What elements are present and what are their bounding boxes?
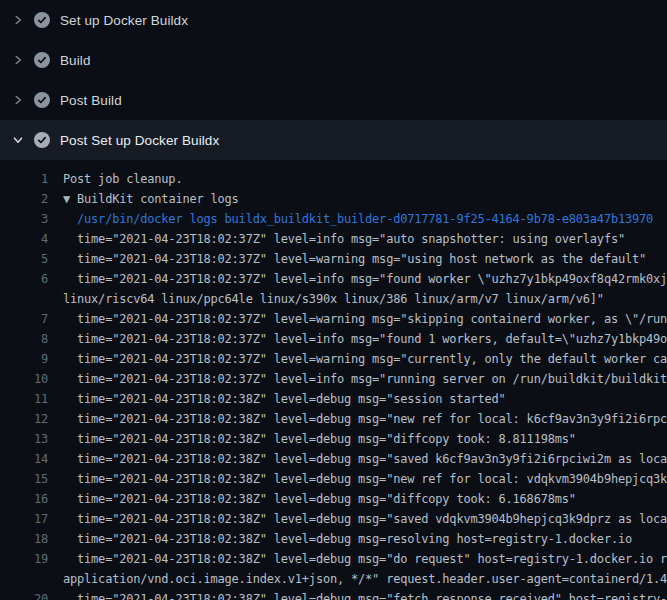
log-line: 8 time="2021-04-23T18:02:37Z" level=info…: [0, 329, 667, 349]
log-line-number: [0, 569, 48, 589]
check-circle-icon: [34, 12, 50, 28]
log-line: 14 time="2021-04-23T18:02:38Z" level=deb…: [0, 449, 667, 469]
log-line: 6 time="2021-04-23T18:02:37Z" level=info…: [0, 269, 667, 289]
log-line-text: time="2021-04-23T18:02:37Z" level=info m…: [63, 229, 625, 249]
step-list: Set up Docker BuildxBuildPost BuildPost …: [0, 0, 667, 160]
log-line-text: time="2021-04-23T18:02:38Z" level=debug …: [63, 449, 667, 469]
log-line-number[interactable]: 20: [0, 589, 48, 600]
check-circle-icon: [34, 52, 50, 68]
step-row-post-build[interactable]: Post Build: [0, 80, 667, 120]
log-line: 2▼ BuildKit container logs: [0, 189, 667, 209]
log-line-number[interactable]: 2: [0, 189, 48, 209]
log-line-text: time="2021-04-23T18:02:37Z" level=warnin…: [63, 249, 646, 269]
step-label: Build: [60, 53, 91, 68]
check-circle-icon: [34, 132, 50, 148]
step-label: Post Build: [60, 93, 122, 108]
log-line-text: time="2021-04-23T18:02:38Z" level=debug …: [63, 429, 576, 449]
log-line-text: time="2021-04-23T18:02:38Z" level=debug …: [63, 509, 667, 529]
log-line-number[interactable]: 6: [0, 269, 48, 289]
log-line-text: application/vnd.oci.image.index.v1+json,…: [63, 569, 667, 589]
log-line-number[interactable]: 4: [0, 229, 48, 249]
step-row-post-set-up-docker-buildx[interactable]: Post Set up Docker Buildx: [0, 120, 667, 160]
log-line-text: time="2021-04-23T18:02:37Z" level=info m…: [63, 329, 667, 349]
log-line: 12 time="2021-04-23T18:02:38Z" level=deb…: [0, 409, 667, 429]
chevron-down-icon[interactable]: [10, 132, 26, 148]
log-line: 5 time="2021-04-23T18:02:37Z" level=warn…: [0, 249, 667, 269]
log-line-number[interactable]: 7: [0, 309, 48, 329]
log-line-number[interactable]: 19: [0, 549, 48, 569]
log-output: 1Post job cleanup.2▼ BuildKit container …: [0, 160, 667, 600]
chevron-right-icon[interactable]: [10, 12, 26, 28]
step-row-set-up-docker-buildx[interactable]: Set up Docker Buildx: [0, 0, 667, 40]
log-line-number[interactable]: 18: [0, 529, 48, 549]
log-line: 4 time="2021-04-23T18:02:37Z" level=info…: [0, 229, 667, 249]
log-line-text: time="2021-04-23T18:02:38Z" level=debug …: [63, 469, 667, 489]
log-line-text: time="2021-04-23T18:02:37Z" level=info m…: [63, 269, 667, 289]
log-line-text: time="2021-04-23T18:02:37Z" level=warnin…: [63, 309, 667, 329]
log-line-number[interactable]: 15: [0, 469, 48, 489]
log-line: 11 time="2021-04-23T18:02:38Z" level=deb…: [0, 389, 667, 409]
log-line-number[interactable]: 8: [0, 329, 48, 349]
log-line-text: time="2021-04-23T18:02:38Z" level=debug …: [63, 389, 506, 409]
log-line-number[interactable]: 9: [0, 349, 48, 369]
log-line-text: time="2021-04-23T18:02:38Z" level=debug …: [63, 409, 667, 429]
log-line-text: time="2021-04-23T18:02:38Z" level=debug …: [63, 489, 576, 509]
step-label: Post Set up Docker Buildx: [60, 133, 219, 148]
log-line-continuation: linux/riscv64 linux/ppc64le linux/s390x …: [0, 289, 667, 309]
log-line: 7 time="2021-04-23T18:02:37Z" level=warn…: [0, 309, 667, 329]
log-line: 18 time="2021-04-23T18:02:38Z" level=deb…: [0, 529, 667, 549]
log-line: 20 time="2021-04-23T18:02:38Z" level=deb…: [0, 589, 667, 600]
log-line-number[interactable]: 17: [0, 509, 48, 529]
log-line-number[interactable]: 3: [0, 209, 48, 229]
log-line: 15 time="2021-04-23T18:02:38Z" level=deb…: [0, 469, 667, 489]
log-line: 1Post job cleanup.: [0, 169, 667, 189]
log-line-number[interactable]: 1: [0, 169, 48, 189]
log-line: 3 /usr/bin/docker logs buildx_buildkit_b…: [0, 209, 667, 229]
check-circle-icon: [34, 92, 50, 108]
log-command-text: /usr/bin/docker logs buildx_buildkit_bui…: [63, 209, 653, 229]
log-line-text: time="2021-04-23T18:02:38Z" level=debug …: [63, 529, 632, 549]
log-line: 13 time="2021-04-23T18:02:38Z" level=deb…: [0, 429, 667, 449]
log-line-text: time="2021-04-23T18:02:38Z" level=debug …: [63, 549, 667, 569]
log-line: 10 time="2021-04-23T18:02:37Z" level=inf…: [0, 369, 667, 389]
log-line-text: ▼ BuildKit container logs: [63, 189, 239, 209]
chevron-right-icon[interactable]: [10, 92, 26, 108]
log-group-title: BuildKit container logs: [77, 192, 239, 206]
step-label: Set up Docker Buildx: [60, 13, 188, 28]
log-line-continuation: application/vnd.oci.image.index.v1+json,…: [0, 569, 667, 589]
actions-log-viewer: Set up Docker BuildxBuildPost BuildPost …: [0, 0, 667, 600]
log-line: 19 time="2021-04-23T18:02:38Z" level=deb…: [0, 549, 667, 569]
log-line-text: time="2021-04-23T18:02:38Z" level=debug …: [63, 589, 667, 600]
log-line-number[interactable]: 16: [0, 489, 48, 509]
step-row-build[interactable]: Build: [0, 40, 667, 80]
log-line: 9 time="2021-04-23T18:02:37Z" level=warn…: [0, 349, 667, 369]
log-line: 16 time="2021-04-23T18:02:38Z" level=deb…: [0, 489, 667, 509]
log-line-number[interactable]: 11: [0, 389, 48, 409]
log-line-text: linux/riscv64 linux/ppc64le linux/s390x …: [63, 289, 604, 309]
log-line-number[interactable]: 13: [0, 429, 48, 449]
log-line-number[interactable]: 10: [0, 369, 48, 389]
log-line-number[interactable]: 14: [0, 449, 48, 469]
log-line-number[interactable]: 5: [0, 249, 48, 269]
collapse-caret-icon[interactable]: ▼: [63, 192, 77, 206]
chevron-right-icon[interactable]: [10, 52, 26, 68]
log-line-text: Post job cleanup.: [63, 169, 182, 189]
log-line-text: time="2021-04-23T18:02:37Z" level=warnin…: [63, 349, 667, 369]
log-line-text: time="2021-04-23T18:02:37Z" level=info m…: [63, 369, 667, 389]
log-line-number[interactable]: 12: [0, 409, 48, 429]
log-line: 17 time="2021-04-23T18:02:38Z" level=deb…: [0, 509, 667, 529]
log-line-number: [0, 289, 48, 309]
